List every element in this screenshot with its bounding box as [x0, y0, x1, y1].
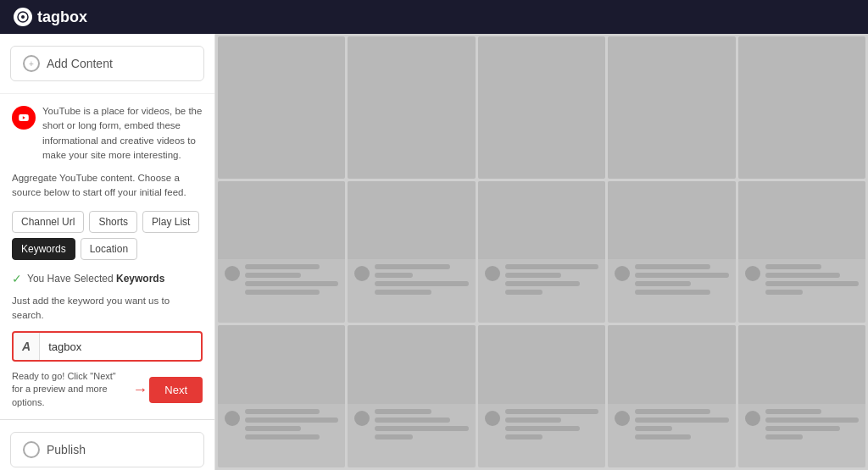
cell-line: [765, 281, 859, 286]
grid-cell-content: [218, 404, 345, 467]
aggregate-text: Aggregate YouTube content. Choose a sour…: [12, 171, 203, 201]
grid-cell: [738, 36, 865, 179]
cell-line: [765, 264, 821, 269]
cell-line: [245, 264, 320, 269]
grid-cell: [348, 36, 475, 179]
cell-avatar: [745, 266, 760, 281]
publish-label: Publish: [47, 443, 86, 456]
sidebar: + Add Content YouTube is a place for vid…: [0, 34, 215, 470]
source-btn-keywords[interactable]: Keywords: [12, 238, 75, 260]
content-area: YouTube is a place for videos, be the sh…: [0, 94, 214, 419]
cell-line: [505, 426, 580, 431]
cell-line: [635, 409, 709, 414]
cell-lines: [635, 409, 728, 440]
grid-cell-image: [738, 36, 865, 179]
grid-cell: [348, 325, 475, 467]
grid-cell: [738, 325, 865, 467]
grid-cell-image: [738, 181, 865, 259]
grid-cell-content: [218, 259, 345, 323]
cell-line: [765, 290, 803, 295]
cell-line: [765, 409, 821, 414]
cell-line: [635, 281, 691, 286]
add-content-button[interactable]: + Add Content: [10, 46, 204, 81]
grid-cell-image: [218, 325, 345, 403]
grid-cell-content: [608, 404, 735, 467]
cell-lines: [765, 264, 859, 295]
next-button[interactable]: Next: [149, 377, 203, 403]
grid-cell-content: [348, 404, 475, 467]
cell-lines: [245, 264, 338, 295]
grid-cell: [218, 36, 345, 179]
cell-line: [765, 434, 803, 440]
publish-section: Publish: [0, 419, 214, 470]
source-btn-channel-url[interactable]: Channel Url: [12, 211, 84, 233]
cell-avatar: [615, 411, 630, 426]
logo: tagbox: [14, 8, 87, 26]
cell-line: [505, 290, 542, 295]
cell-line: [635, 426, 672, 431]
cell-lines: [375, 409, 468, 440]
cell-line: [765, 273, 840, 278]
source-buttons-group: Channel Url Shorts Play List Keywords Lo…: [12, 211, 203, 260]
cell-avatar: [615, 266, 630, 281]
selected-indicator: ✓ You Have Selected Keywords: [12, 272, 203, 285]
publish-button[interactable]: Publish: [10, 432, 204, 467]
source-btn-playlist[interactable]: Play List: [142, 211, 199, 233]
grid-cell-image: [348, 181, 475, 259]
grid-cell-image: [218, 181, 345, 259]
youtube-info: YouTube is a place for videos, be the sh…: [12, 104, 203, 163]
add-content-icon: +: [23, 55, 40, 72]
cell-line: [375, 417, 449, 423]
add-content-label: Add Content: [47, 57, 113, 70]
cell-lines: [765, 409, 859, 440]
grid-cell-content: [478, 404, 605, 467]
cell-avatar: [225, 266, 240, 281]
grid-cell: [478, 181, 605, 323]
grid-cell-image: [608, 325, 735, 403]
keyword-input-container: A: [12, 331, 203, 362]
cell-line: [505, 281, 580, 286]
logo-text: tagbox: [37, 8, 87, 26]
cell-line: [505, 417, 561, 423]
grid-cell: [608, 181, 735, 323]
grid-cell-image: [218, 36, 345, 179]
cell-line: [375, 426, 468, 431]
grid-cell-image: [478, 181, 605, 259]
cell-line: [375, 409, 431, 414]
cell-line: [505, 434, 542, 440]
grid-cell: [608, 36, 735, 179]
cell-line: [635, 434, 691, 440]
grid-cell: [348, 181, 475, 323]
cell-avatar: [354, 266, 370, 281]
cell-line: [375, 264, 449, 269]
cell-lines: [375, 264, 468, 295]
cell-line: [635, 273, 728, 278]
grid-cell-content: [348, 259, 475, 323]
grid-cell-image: [348, 36, 475, 179]
source-btn-shorts[interactable]: Shorts: [89, 211, 137, 233]
keyword-input-wrapper: A: [14, 333, 201, 360]
cell-lines: [505, 409, 598, 440]
cell-lines: [635, 264, 728, 295]
cell-avatar: [485, 411, 500, 426]
cell-line: [245, 409, 320, 414]
grid-cell-image: [738, 325, 865, 403]
content-grid: [215, 34, 868, 470]
grid-cell-image: [478, 36, 605, 179]
source-btn-location[interactable]: Location: [81, 238, 137, 260]
cell-lines: [505, 264, 598, 295]
grid-cell: [218, 325, 345, 467]
cell-line: [375, 290, 431, 295]
grid-cell: [478, 325, 605, 467]
instruction-text: Just add the keyword you want us to sear…: [12, 294, 203, 323]
cell-avatar: [485, 266, 500, 281]
grid-cell-content: [738, 259, 865, 323]
grid-cell-content: [478, 259, 605, 323]
grid-cell: [738, 181, 865, 323]
cell-line: [375, 281, 468, 286]
cell-line: [635, 290, 709, 295]
cell-line: [245, 434, 320, 440]
next-arrow-icon: →: [132, 381, 147, 399]
grid-cell-content: [608, 259, 735, 323]
keyword-input[interactable]: [40, 334, 201, 360]
